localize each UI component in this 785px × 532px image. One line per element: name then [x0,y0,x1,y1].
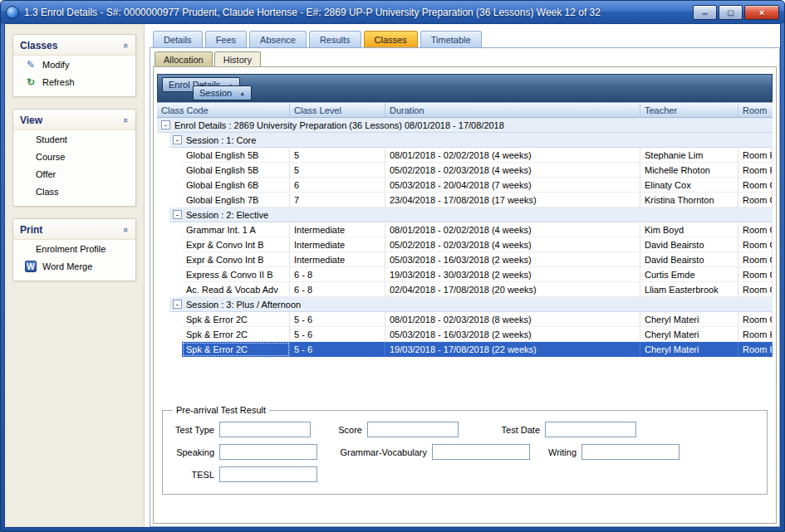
session-group-label: Session : 1: Core [186,135,256,145]
subtab-history[interactable]: History [214,51,261,66]
session-group-row[interactable]: -Session : 3: Plus / Afternoon [157,297,773,312]
titlebar[interactable]: 1.3 Enrol Details - S#: 0000000977 Prude… [1,1,784,23]
sidebar-group-header[interactable]: Print« [13,219,135,240]
class-row[interactable]: Express & Convo II B6 - 819/03/2018 - 30… [157,267,773,282]
refresh-icon: ↻ [25,76,37,88]
sidebar-item-label: Modify [42,60,69,70]
input-test-date[interactable] [545,422,636,437]
class-row[interactable]: Grammar Int. 1 AIntermediate08/01/2018 -… [157,222,773,237]
column-header-duration[interactable]: Duration [385,103,640,117]
sidebar-item-course[interactable]: Course [13,148,135,165]
input-tesl[interactable] [219,466,317,482]
input-grammar-vocabulary[interactable] [432,444,530,460]
tab-timetable[interactable]: Timetable [420,31,482,47]
field-label: Score [334,425,367,435]
cell-class-code: Spk & Error 2C [182,342,290,357]
sidebar-group-title: Classes [20,40,57,51]
collapse-box-icon[interactable]: - [173,135,182,144]
input-writing[interactable] [581,444,680,460]
field-label: Speaking [173,447,219,457]
collapse-box-icon[interactable]: - [161,120,170,129]
grid-header: Class CodeClass LevelDurationTeacherRoom [157,102,773,118]
field-label: Writing [545,447,581,457]
class-row[interactable]: Expr & Convo Int BIntermediate05/03/2018… [157,252,773,267]
field-row: SpeakingGrammar-VocabularyWriting [173,441,757,463]
app-window: 1.3 Enrol Details - S#: 0000000977 Prude… [0,0,785,532]
class-row[interactable]: Ac. Read & Vocab Adv6 - 802/04/2018 - 17… [157,282,773,297]
class-row[interactable]: Expr & Convo Int BIntermediate05/02/2018… [157,237,773,252]
sidebar-item-offer[interactable]: Offer [13,165,135,183]
indent-spacer [157,163,182,178]
class-row[interactable]: Global English 5B505/02/2018 - 02/03/201… [157,163,773,178]
cell-class-level: Intermediate [290,222,385,237]
cell-room: Room H - [738,148,773,163]
cell-class-code: Global English 7B [182,193,290,207]
cell-class-code: Expr & Convo Int B [182,237,290,252]
cell-teacher: David Beairsto [640,237,738,252]
sidebar-item-label: Offer [36,169,56,179]
class-row[interactable]: Spk & Error 2C5 - 608/01/2018 - 02/03/20… [157,312,773,327]
client-area: Classes«✎Modify↻RefreshView«StudentCours… [4,23,781,528]
class-row[interactable]: Spk & Error 2C5 - 619/03/2018 - 17/08/20… [157,342,773,357]
indent-spacer [157,133,169,148]
subtab-allocation[interactable]: Allocation [155,51,213,66]
tab-results[interactable]: Results [309,31,361,47]
cell-teacher: Cheryl Materi [640,342,738,357]
sidebar: Classes«✎Modify↻RefreshView«StudentCours… [5,24,145,527]
grid-body: -Enrol Details : 2869 University Prepara… [157,118,773,357]
column-header-class-level[interactable]: Class Level [290,103,385,117]
input-speaking[interactable] [219,444,317,460]
collapse-box-icon[interactable]: - [173,300,182,309]
class-row[interactable]: Global English 7B723/04/2018 - 17/08/201… [157,193,773,207]
blank-icon [25,151,30,163]
tab-absence[interactable]: Absence [249,31,307,47]
cell-class-code: Spk & Error 2C [182,327,290,342]
indent-spacer [157,207,169,222]
class-row[interactable]: Spk & Error 2C5 - 605/03/2018 - 16/03/20… [157,327,773,342]
sidebar-item-enrolment-profile[interactable]: Enrolment Profile [13,240,135,257]
sidebar-item-label: Student [36,134,67,144]
sidebar-item-class[interactable]: Class [13,183,135,200]
groupby-bar: Enrol Details▲Session▲ [157,74,773,102]
class-row[interactable]: Global English 6B605/03/2018 - 20/04/201… [157,178,773,193]
test-result-fields: Test TypeScoreTest DateSpeakingGrammar-V… [173,418,757,486]
collapse-chevron-icon[interactable]: « [121,118,131,123]
cell-duration: 08/01/2018 - 02/02/2018 (4 weeks) [385,222,640,237]
session-group-row[interactable]: -Session : 2: Elective [157,207,773,222]
maximize-button[interactable]: □ [719,5,743,20]
sidebar-group-view: View«StudentCourseOfferClass [12,109,136,207]
tab-classes[interactable]: Classes [364,31,418,47]
cell-class-level: 5 [290,148,385,163]
column-header-room[interactable]: Room [738,103,773,117]
close-button[interactable]: × [744,5,779,20]
tab-fees[interactable]: Fees [205,31,247,47]
sidebar-item-label: Course [36,152,65,162]
sidebar-item-label: Refresh [42,77,75,87]
tab-details[interactable]: Details [153,31,203,47]
collapse-chevron-icon[interactable]: « [121,227,131,232]
column-header-class-code[interactable]: Class Code [157,103,290,117]
session-group-row[interactable]: -Session : 1: Core [157,133,773,148]
sidebar-item-student[interactable]: Student [13,130,135,148]
enrol-group-row[interactable]: -Enrol Details : 2869 University Prepara… [157,118,773,133]
indent-spacer [157,193,182,207]
groupby-chip-label: Session [199,88,232,98]
sidebar-item-refresh[interactable]: ↻Refresh [13,73,135,90]
sidebar-item-word-merge[interactable]: WWord Merge [13,257,135,275]
column-header-teacher[interactable]: Teacher [640,103,738,117]
cell-class-code: Expr & Convo Int B [182,252,290,267]
cell-teacher: David Beairsto [640,252,738,267]
class-row[interactable]: Global English 5B508/01/2018 - 02/02/201… [157,148,773,163]
sidebar-item-modify[interactable]: ✎Modify [13,56,135,73]
cell-duration: 23/04/2018 - 17/08/2018 (17 weeks) [385,193,640,207]
input-score[interactable] [367,422,459,437]
pre-arrival-test-result-group: Pre-arrival Test Result Test TypeScoreTe… [162,405,768,495]
input-test-type[interactable] [219,422,311,437]
groupby-chip-session[interactable]: Session▲ [193,85,252,100]
sidebar-group-header[interactable]: Classes« [13,35,135,56]
minimize-button[interactable]: – [693,5,717,20]
cell-teacher: Kristina Thornton [640,193,738,207]
collapse-chevron-icon[interactable]: « [121,43,131,48]
collapse-box-icon[interactable]: - [173,210,182,219]
sidebar-group-header[interactable]: View« [13,110,135,130]
